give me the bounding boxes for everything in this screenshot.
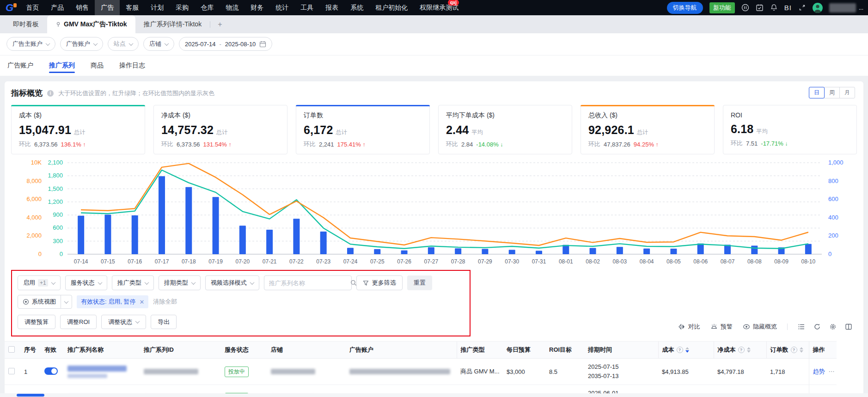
nav-item-销售[interactable]: 销售 <box>70 0 95 15</box>
subtab-操作日志[interactable]: 操作日志 <box>119 55 145 76</box>
bar-订单数-07-20[interactable] <box>239 226 246 254</box>
scrollbar-thumb[interactable] <box>17 394 44 397</box>
help-icon[interactable]: ? <box>738 347 745 353</box>
bar-订单数-07-16[interactable] <box>132 215 138 254</box>
toolbar-link-对比[interactable]: 对比 <box>678 323 700 331</box>
bar-订单数-07-15[interactable] <box>104 214 111 254</box>
help-icon[interactable]: ? <box>677 347 683 353</box>
reset-button[interactable]: 重置 <box>407 275 432 290</box>
bar-订单数-07-17[interactable] <box>159 176 165 254</box>
nav-item-产品[interactable]: 产品 <box>45 0 70 15</box>
columns-icon[interactable] <box>845 323 852 330</box>
nav-item-财务[interactable]: 财务 <box>245 0 269 15</box>
bar-订单数-07-22[interactable] <box>293 219 300 254</box>
bar-订单数-08-04[interactable] <box>643 249 650 254</box>
toolbar-link-隐藏概览[interactable]: 隐藏概览 <box>743 323 777 331</box>
bar-订单数-08-02[interactable] <box>590 248 596 254</box>
bar-订单数-08-08[interactable] <box>751 245 758 254</box>
filter-dropdown-排期类型[interactable]: 排期类型 <box>159 275 201 290</box>
filter-dropdown-视频选择模式[interactable]: 视频选择模式 <box>205 275 259 290</box>
calendar-check-icon[interactable] <box>756 4 764 12</box>
bar-订单数-07-19[interactable] <box>213 197 219 254</box>
col-header-成本[interactable]: 成本? <box>658 342 714 359</box>
bar-订单数-07-23[interactable] <box>320 232 327 254</box>
nav-item-物流[interactable]: 物流 <box>220 0 245 15</box>
list-icon[interactable] <box>798 323 805 330</box>
col-header-订单数[interactable]: 订单数? <box>766 342 809 359</box>
view-selector[interactable]: 系统视图 <box>18 295 72 309</box>
account-dropdown-站点[interactable]: 站点 <box>108 37 139 51</box>
campaign-name-cell[interactable] <box>64 359 140 385</box>
select-all-checkbox[interactable] <box>8 346 15 353</box>
nav-item-报表[interactable]: 报表 <box>319 0 344 15</box>
gear-icon[interactable] <box>829 323 837 330</box>
workspace-tab-1[interactable]: GMV Max广告-Tiktok <box>47 15 135 33</box>
bar-订单数-07-14[interactable] <box>78 216 84 254</box>
row-checkbox[interactable] <box>8 368 15 374</box>
switch-nav-button[interactable]: 切换导航 <box>667 2 703 14</box>
bar-订单数-07-21[interactable] <box>266 230 273 254</box>
trend-link[interactable]: 趋势 <box>813 368 825 375</box>
period-月[interactable]: 月 <box>839 87 855 98</box>
filter-dropdown-服务状态[interactable]: 服务状态 <box>65 275 107 290</box>
toolbar-link-预警[interactable]: 预警 <box>710 323 733 331</box>
user-avatar[interactable] <box>813 3 823 13</box>
sort-icon[interactable] <box>747 347 751 353</box>
bar-订单数-08-03[interactable] <box>617 247 623 254</box>
remove-tag-icon[interactable]: ✕ <box>139 299 144 305</box>
col-header-checkbox[interactable] <box>5 342 20 359</box>
filter-dropdown-推广类型[interactable]: 推广类型 <box>112 275 154 290</box>
nav-item-广告[interactable]: 广告 <box>95 0 120 15</box>
pause-circle-icon[interactable] <box>741 4 749 12</box>
app-logo[interactable]: G <box>0 0 20 15</box>
bar-订单数-07-31[interactable] <box>536 250 542 254</box>
bulk-button-导出[interactable]: 导出 <box>151 315 177 329</box>
nav-item-租户初始化[interactable]: 租户初始化 <box>369 0 414 15</box>
search-icon[interactable] <box>350 280 357 286</box>
bulk-button-调整预算[interactable]: 调整预算 <box>18 315 55 329</box>
bar-订单数-07-18[interactable] <box>185 187 192 254</box>
bar-订单数-08-01[interactable] <box>562 245 569 254</box>
period-日[interactable]: 日 <box>809 87 825 98</box>
bar-订单数-07-29[interactable] <box>482 249 488 254</box>
help-icon[interactable]: ? <box>791 347 797 353</box>
bulk-button-调整状态[interactable]: 调整状态 <box>101 315 146 329</box>
clear-all-link[interactable]: 清除全部 <box>153 298 177 306</box>
subtab-推广系列[interactable]: 推广系列 <box>49 55 75 76</box>
nav-item-计划[interactable]: 计划 <box>145 0 170 15</box>
bar-订单数-07-25[interactable] <box>374 249 380 254</box>
period-周[interactable]: 周 <box>824 87 840 98</box>
workspace-tab-2[interactable]: 推广系列详情-Tiktok <box>135 15 210 33</box>
bar-订单数-08-10[interactable] <box>805 244 812 254</box>
bi-link[interactable]: BI <box>784 4 792 12</box>
date-range-picker[interactable]: 2025-07-14 - 2025-08-10 <box>179 37 272 51</box>
new-feature-button[interactable]: 新功能 <box>709 2 735 13</box>
row-more-icon[interactable]: ⋯ <box>829 368 835 375</box>
fullscreen-icon[interactable] <box>798 4 806 12</box>
more-filters-button[interactable]: 更多筛选 <box>356 275 403 290</box>
subtab-广告账户[interactable]: 广告账户 <box>7 55 33 76</box>
bar-订单数-07-24[interactable] <box>347 248 354 254</box>
bar-订单数-07-26[interactable] <box>401 250 408 254</box>
sort-icon[interactable] <box>800 347 803 353</box>
nav-item-采购[interactable]: 采购 <box>170 0 195 15</box>
nav-item-客服[interactable]: 客服 <box>120 0 145 15</box>
filter-dropdown-启用[interactable]: 启用+1 <box>18 275 61 290</box>
nav-item-系统[interactable]: 系统 <box>344 0 369 15</box>
subtab-商品[interactable]: 商品 <box>91 55 104 76</box>
nav-item-首页[interactable]: 首页 <box>20 0 45 15</box>
account-dropdown-广告账户[interactable]: 广告账户 <box>60 37 103 51</box>
horizontal-scrollbar[interactable] <box>0 393 868 397</box>
bar-订单数-07-27[interactable] <box>428 247 434 254</box>
username-redacted[interactable] <box>829 3 856 12</box>
sort-icon[interactable] <box>685 347 689 353</box>
col-header-净成本[interactable]: 净成本? <box>714 342 766 359</box>
campaign-search-input[interactable] <box>269 280 350 287</box>
bar-订单数-08-06[interactable] <box>697 244 704 254</box>
bar-订单数-07-30[interactable] <box>509 250 515 254</box>
account-dropdown-店铺[interactable]: 店铺 <box>143 37 174 51</box>
workspace-tab-0[interactable]: 即时看板 <box>5 15 47 33</box>
refresh-icon[interactable] <box>813 323 821 330</box>
nav-item-权限继承测试[interactable]: 权限继承测试qxj <box>414 0 465 15</box>
bell-icon[interactable] <box>770 4 778 12</box>
